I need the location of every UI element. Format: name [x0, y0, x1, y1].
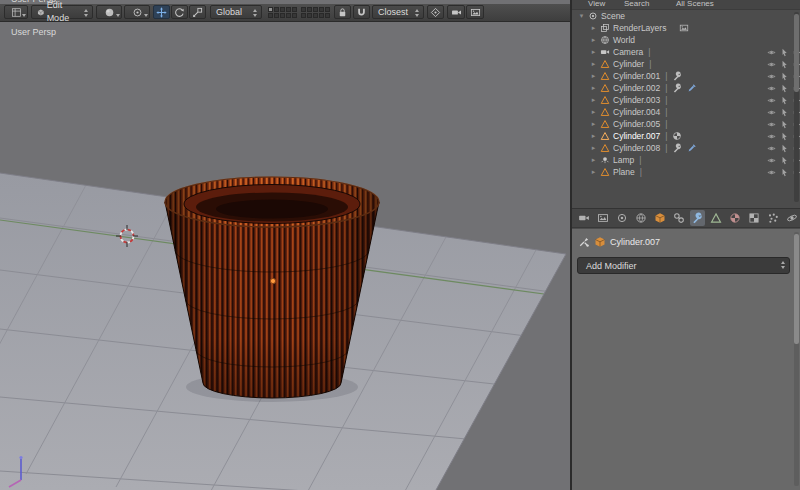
tab-render-layers[interactable]	[595, 210, 611, 226]
outliner-row-world[interactable]: ▸ World	[572, 34, 800, 46]
3d-viewport[interactable]: User Persp	[0, 21, 570, 490]
outliner-row-cylinder-001[interactable]: ▸ Cylinder.001 |	[572, 70, 800, 82]
manipulator-translate-button[interactable]	[153, 5, 170, 19]
translate-icon	[156, 7, 167, 18]
expander-icon[interactable]: ▸	[590, 36, 597, 44]
outliner-row-camera[interactable]: ▸ Camera |	[572, 46, 800, 58]
mesh-icon	[600, 131, 610, 141]
viewport-canvas[interactable]	[0, 21, 570, 490]
mesh-icon	[600, 59, 610, 69]
eye-icon[interactable]	[767, 108, 776, 117]
edit-mode-icon	[37, 8, 45, 17]
mesh-icon	[600, 95, 610, 105]
tab-scene[interactable]	[614, 210, 630, 226]
cursor-icon[interactable]	[780, 60, 789, 69]
manipulator-scale-button[interactable]	[189, 5, 206, 19]
cursor-icon[interactable]	[780, 120, 789, 129]
snap-target-select[interactable]: Closest	[372, 5, 424, 19]
snap-element-button[interactable]	[427, 5, 444, 19]
layers-group-2[interactable]	[301, 7, 330, 18]
viewport-shading-button[interactable]	[96, 5, 122, 19]
eye-icon[interactable]	[767, 84, 776, 93]
tab-constraints[interactable]	[671, 210, 687, 226]
cursor-icon[interactable]	[780, 48, 789, 57]
outliner-row-cylinder-003[interactable]: ▸ Cylinder.003 |	[572, 94, 800, 106]
cursor-icon[interactable]	[780, 144, 789, 153]
expander-icon[interactable]: ▸	[590, 24, 597, 32]
snap-toggle-button[interactable]	[353, 5, 370, 19]
expander-icon[interactable]: ▸	[590, 84, 597, 92]
wrench-icon	[672, 71, 682, 81]
eye-icon[interactable]	[767, 72, 776, 81]
mesh-icon	[600, 167, 610, 177]
pivot-point-button[interactable]	[124, 5, 150, 19]
outliner-scrollbar-thumb[interactable]	[794, 14, 799, 92]
cursor-icon[interactable]	[780, 84, 789, 93]
eye-icon[interactable]	[767, 168, 776, 177]
mode-select[interactable]: Edit Mode	[31, 5, 93, 19]
properties-scrollbar-thumb[interactable]	[794, 234, 799, 344]
outliner-display-mode[interactable]: All Scenes	[676, 0, 714, 8]
cursor-icon[interactable]	[780, 108, 789, 117]
tab-world[interactable]	[633, 210, 649, 226]
cursor-icon[interactable]	[780, 96, 789, 105]
cursor-icon[interactable]	[780, 156, 789, 165]
tab-object[interactable]	[652, 210, 668, 226]
eye-icon[interactable]	[767, 132, 776, 141]
render-anim-icon	[470, 7, 481, 18]
lock-button[interactable]	[334, 5, 351, 19]
outliner-row-lamp[interactable]: ▸ Lamp |	[572, 154, 800, 166]
outliner-row-cylinder-002[interactable]: ▸ Cylinder.002 |	[572, 82, 800, 94]
expander-icon[interactable]: ▸	[590, 168, 597, 176]
eye-icon[interactable]	[767, 48, 776, 57]
world-icon	[600, 35, 610, 45]
expander-icon[interactable]: ▸	[590, 48, 597, 56]
expander-icon[interactable]: ▸	[590, 60, 597, 68]
snap-element-icon	[430, 7, 441, 18]
expander-icon[interactable]: ▸	[590, 156, 597, 164]
expander-icon[interactable]: ▸	[590, 144, 597, 152]
editor-type-button[interactable]	[4, 5, 28, 19]
expander-icon[interactable]: ▸	[590, 132, 597, 140]
eye-icon[interactable]	[767, 156, 776, 165]
expander-icon[interactable]: ▸	[590, 108, 597, 116]
outliner-row-scene[interactable]: ▾ Scene	[572, 10, 798, 22]
cursor-icon[interactable]	[780, 132, 789, 141]
tab-physics[interactable]	[784, 210, 800, 226]
layers-group-1[interactable]	[268, 7, 297, 18]
expander-icon[interactable]: ▸	[590, 96, 597, 104]
outliner-view-menu[interactable]: View	[588, 0, 605, 8]
cursor-icon[interactable]	[780, 72, 789, 81]
layers-widget[interactable]	[268, 7, 330, 18]
outliner-row-cylinder[interactable]: ▸ Cylinder |	[572, 58, 800, 70]
outliner-row-renderlayers[interactable]: ▸ RenderLayers	[572, 22, 800, 34]
tab-texture[interactable]	[746, 210, 762, 226]
outliner-row-cylinder-007[interactable]: ▸ Cylinder.007 |	[572, 130, 800, 142]
eye-icon[interactable]	[767, 96, 776, 105]
tab-modifiers[interactable]	[690, 210, 706, 226]
tab-material[interactable]	[727, 210, 743, 226]
expander-icon[interactable]: ▾	[578, 12, 585, 20]
outliner-row-cylinder-008[interactable]: ▸ Cylinder.008 |	[572, 142, 800, 154]
tab-particles[interactable]	[765, 210, 781, 226]
eye-icon[interactable]	[767, 60, 776, 69]
outliner-row-cylinder-005[interactable]: ▸ Cylinder.005 |	[572, 118, 800, 130]
outliner-row-plane[interactable]: ▸ Plane |	[572, 166, 800, 178]
manipulator-rotate-button[interactable]	[171, 5, 188, 19]
scale-icon	[192, 7, 203, 18]
outliner-search-menu[interactable]: Search	[624, 0, 649, 8]
eye-icon[interactable]	[767, 144, 776, 153]
tab-render[interactable]	[576, 210, 592, 226]
eye-icon[interactable]	[767, 120, 776, 129]
opengl-render-button[interactable]	[447, 5, 465, 19]
opengl-render-anim-button[interactable]	[466, 5, 484, 19]
expander-icon[interactable]: ▸	[590, 120, 597, 128]
outliner-row-cylinder-004[interactable]: ▸ Cylinder.004 |	[572, 106, 800, 118]
editor-type-icon	[11, 7, 22, 18]
tab-object-data[interactable]	[708, 210, 724, 226]
add-modifier-button[interactable]: Add Modifier	[577, 257, 790, 274]
cursor-icon[interactable]	[780, 168, 789, 177]
transform-orientation-select[interactable]: Global	[210, 5, 262, 19]
expander-icon[interactable]: ▸	[590, 72, 597, 80]
mesh-icon	[600, 143, 610, 153]
